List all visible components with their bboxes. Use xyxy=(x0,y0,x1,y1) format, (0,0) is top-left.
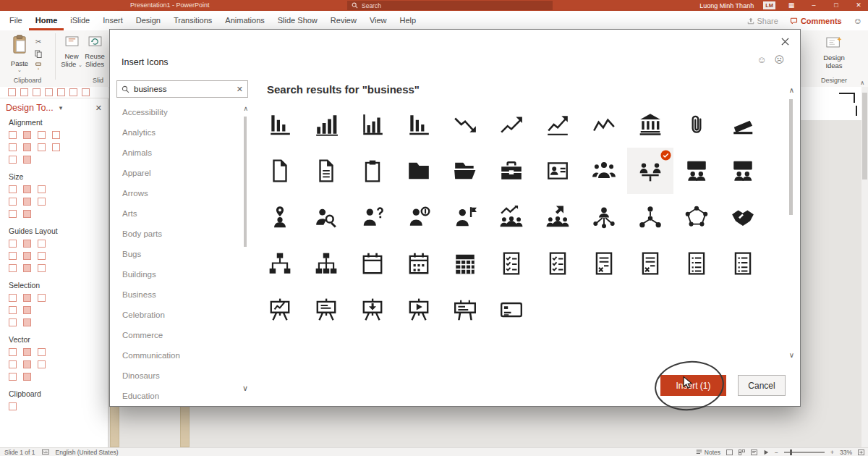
result-icon-line-chart-arrow[interactable] xyxy=(535,101,581,148)
share-button[interactable]: Share xyxy=(747,17,778,25)
islide-tool-icon[interactable] xyxy=(23,198,31,206)
result-icon-chart-ascending[interactable] xyxy=(349,101,396,148)
islide-tool-icon[interactable] xyxy=(52,143,60,151)
tab-view[interactable]: View xyxy=(363,11,393,30)
category-arts[interactable]: Arts xyxy=(116,203,248,224)
category-dinosaurs[interactable]: Dinosaurs xyxy=(116,366,248,386)
islide-tool-icon[interactable] xyxy=(9,348,17,356)
islide-tool-icon[interactable] xyxy=(23,373,31,381)
islide-tool-icon[interactable] xyxy=(23,264,31,272)
islide-tool-icon[interactable] xyxy=(9,210,17,218)
apps-grid-icon[interactable]: ▦ xyxy=(785,0,798,11)
restore-button[interactable]: □ xyxy=(830,0,843,11)
result-icon-open-folder[interactable] xyxy=(442,148,488,194)
reading-view-icon[interactable] xyxy=(751,449,757,455)
fit-to-window-icon[interactable] xyxy=(858,449,864,455)
zoom-slider-thumb[interactable] xyxy=(790,449,792,455)
result-icon-connected-team[interactable] xyxy=(673,194,720,240)
clear-search-icon[interactable]: ✕ xyxy=(237,85,243,94)
format-painter-button[interactable] xyxy=(35,62,42,70)
result-icon-chart-descending[interactable] xyxy=(396,101,442,148)
islide-tool-icon[interactable] xyxy=(38,348,46,356)
islide-tool-icon[interactable] xyxy=(23,185,31,193)
islide-tool-icon[interactable] xyxy=(9,131,17,139)
islide-toolbar-icon[interactable] xyxy=(57,88,65,96)
result-icon-person-milestone[interactable] xyxy=(442,194,488,240)
result-icon-billboard[interactable] xyxy=(442,287,488,333)
islide-tool-icon[interactable] xyxy=(38,240,46,248)
zoom-slider[interactable] xyxy=(784,452,825,453)
islide-tool-icon[interactable] xyxy=(38,143,46,151)
islide-tool-icon[interactable] xyxy=(38,252,46,260)
keyboard-accessibility-icon[interactable] xyxy=(42,449,49,455)
islide-tool-icon[interactable] xyxy=(23,348,31,356)
design-ideas-button[interactable]: DesignIdeas xyxy=(823,36,845,69)
result-icon-person-question[interactable] xyxy=(349,194,396,240)
result-icon-stapler[interactable] xyxy=(720,101,766,148)
new-slide-button[interactable]: NewSlide ⌄ xyxy=(61,36,82,69)
scrollbar-thumb[interactable] xyxy=(862,93,867,180)
avatar[interactable]: LM xyxy=(763,1,775,9)
category-analytics[interactable]: Analytics xyxy=(116,122,248,143)
islide-tool-icon[interactable] xyxy=(9,294,17,302)
result-icon-line-chart-decline[interactable] xyxy=(442,101,488,148)
islide-toolbar-icon[interactable] xyxy=(8,88,16,96)
tab-review[interactable]: Review xyxy=(324,11,363,30)
islide-tool-icon[interactable] xyxy=(23,210,31,218)
panel-close-icon[interactable]: ✕ xyxy=(95,104,102,113)
islide-toolbar-icon[interactable] xyxy=(45,88,53,96)
scroll-down-icon[interactable]: ∨ xyxy=(242,384,248,393)
result-icon-paperclip[interactable] xyxy=(673,101,720,148)
result-icon-task-list[interactable] xyxy=(535,240,581,287)
category-accessibility[interactable]: Accessibility xyxy=(116,102,248,122)
category-education[interactable]: Education xyxy=(116,386,248,406)
scroll-down-icon[interactable]: ∨ xyxy=(789,351,794,359)
islide-toolbar-icon[interactable] xyxy=(82,88,90,96)
notes-button[interactable]: Notes xyxy=(696,449,720,456)
islide-tool-icon[interactable] xyxy=(38,264,46,272)
slide-sorter-view-icon[interactable] xyxy=(739,449,745,455)
result-icon-conference-audience[interactable] xyxy=(720,148,766,194)
result-icon-column-chart[interactable] xyxy=(257,101,303,148)
islide-tool-icon[interactable] xyxy=(9,252,17,260)
tab-transitions[interactable]: Transitions xyxy=(167,11,218,30)
feedback-sad-icon[interactable]: ☹ xyxy=(774,54,784,65)
tab-slide-show[interactable]: Slide Show xyxy=(271,11,324,30)
islide-tool-icon[interactable] xyxy=(23,252,31,260)
canvas-scrollbar[interactable] xyxy=(861,87,868,448)
copy-button[interactable] xyxy=(35,50,42,58)
result-icon-folder[interactable] xyxy=(396,148,442,194)
minimize-button[interactable]: – xyxy=(807,0,820,11)
collapse-ribbon-icon[interactable]: ∧ xyxy=(860,80,864,86)
islide-tool-icon[interactable] xyxy=(9,143,17,151)
slide-indicator[interactable]: Slide 1 of 1 xyxy=(4,449,35,456)
category-commerce[interactable]: Commerce xyxy=(116,325,248,345)
islide-tool-icon[interactable] xyxy=(23,156,31,164)
result-icon-talent-search[interactable] xyxy=(303,194,349,240)
category-bugs[interactable]: Bugs xyxy=(116,244,248,264)
islide-tool-icon[interactable] xyxy=(9,373,17,381)
islide-tool-icon[interactable] xyxy=(23,360,31,368)
dialog-close-icon[interactable] xyxy=(781,35,793,47)
islide-tool-icon[interactable] xyxy=(23,143,31,151)
result-icon-org-chart-alt[interactable] xyxy=(303,240,349,287)
islide-tool-icon[interactable] xyxy=(9,402,17,410)
paste-button[interactable]: Paste ⌄ xyxy=(7,35,32,73)
result-icon-calendar[interactable] xyxy=(349,240,396,287)
result-icon-handshake[interactable] xyxy=(720,194,766,240)
tab-insert[interactable]: Insert xyxy=(96,11,129,30)
tab-islide[interactable]: iSlide xyxy=(64,11,96,30)
category-buildings[interactable]: Buildings xyxy=(116,264,248,284)
islide-tool-icon[interactable] xyxy=(38,360,46,368)
language-indicator[interactable]: English (United States) xyxy=(56,449,119,456)
cut-button[interactable]: ✂ xyxy=(35,38,41,46)
islide-tool-icon[interactable] xyxy=(38,131,46,139)
result-icon-network-diagram[interactable] xyxy=(627,194,673,240)
islide-tool-icon[interactable] xyxy=(23,318,31,326)
islide-tool-icon[interactable] xyxy=(38,294,46,302)
scrollbar-thumb[interactable] xyxy=(789,99,793,215)
titlebar-search-box[interactable]: Search xyxy=(347,1,553,10)
islide-tool-icon[interactable] xyxy=(23,131,31,139)
normal-view-icon[interactable] xyxy=(726,449,733,455)
category-communication[interactable]: Communication xyxy=(116,345,248,366)
